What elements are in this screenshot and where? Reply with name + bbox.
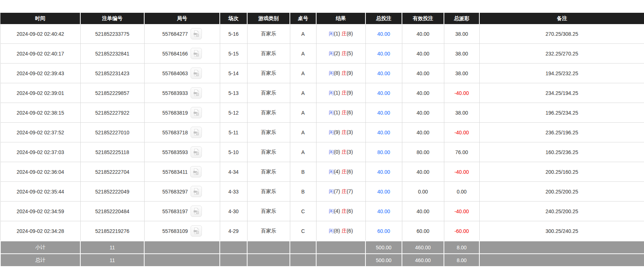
- cell-game-type: 百家乐: [247, 83, 290, 103]
- player-result-label: 闲: [329, 188, 334, 194]
- video-replay-button[interactable]: [191, 87, 202, 99]
- banker-result-score: (3): [346, 149, 353, 155]
- banker-result-label: 庄: [341, 31, 346, 37]
- cell-bet-id: 521852232841: [80, 44, 144, 64]
- player-result-score: (4): [334, 169, 340, 175]
- video-replay-icon: [193, 70, 200, 77]
- summary-label: 总计: [0, 254, 80, 267]
- cell-round-id: 557683197: [144, 202, 220, 221]
- cell-remark: 300.25/240.25: [479, 221, 644, 241]
- cell-payout: 38.00: [444, 103, 479, 123]
- table-row: 2024-09-02 02:36:04 521852222704 5576834…: [0, 162, 644, 182]
- column-header: 桌号: [290, 13, 316, 24]
- cell-remark: 194.25/232.25: [479, 64, 644, 83]
- summary-empty-cell: [247, 254, 290, 267]
- round-id-text: 557683819: [162, 110, 188, 116]
- cell-table-no: A: [290, 123, 316, 142]
- column-header: 局号: [144, 13, 220, 24]
- cell-round-id: 557684277: [144, 24, 220, 44]
- round-id-text: 557683411: [162, 169, 188, 175]
- cell-total-bet: 40.00: [365, 162, 402, 182]
- cell-session: 5-13: [220, 83, 247, 103]
- column-header: 注单编号: [80, 13, 144, 24]
- cell-session: 4-30: [220, 202, 247, 221]
- cell-result: 闲(1) 庄(9): [316, 83, 365, 103]
- player-result-score: (4): [334, 208, 340, 214]
- cell-remark: 240.25/200.25: [479, 202, 644, 221]
- video-replay-icon: [193, 208, 200, 215]
- summary-empty-cell: [316, 254, 365, 267]
- cell-bet-id: 521852225118: [80, 142, 144, 162]
- video-replay-button[interactable]: [191, 206, 202, 217]
- cell-game-type: 百家乐: [247, 44, 290, 64]
- round-id-text: 557684166: [162, 51, 188, 57]
- player-result-score: (9): [334, 129, 340, 135]
- round-id-text: 557683593: [162, 149, 188, 155]
- cell-result: 闲(4) 庄(6): [316, 202, 365, 221]
- cell-time: 2024-09-02 02:39:43: [0, 64, 80, 83]
- summary-total-bet: 500.00: [365, 254, 402, 267]
- table-row: 2024-09-02 02:38:15 521852227922 5576838…: [0, 103, 644, 123]
- video-replay-button[interactable]: [190, 166, 202, 177]
- cell-valid-bet: 40.00: [402, 24, 444, 44]
- summary-empty-cell: [144, 241, 220, 254]
- round-id-text: 557684063: [162, 70, 188, 76]
- table-header: 时间 注单编号 局号 场次 游戏类别 桌号 结果 总投注 有效投注 总派彩 备注: [0, 13, 644, 24]
- cell-total-bet: 40.00: [365, 24, 402, 44]
- banker-result-score: (6): [346, 208, 353, 214]
- cell-valid-bet: 0.00: [402, 182, 444, 202]
- video-replay-button[interactable]: [191, 225, 202, 237]
- summary-total-bet: 500.00: [365, 241, 402, 254]
- cell-payout: -60.00: [444, 221, 479, 241]
- cell-result: 闲(9) 庄(3): [316, 123, 365, 142]
- summary-empty-cell: [290, 241, 316, 254]
- cell-total-bet: 40.00: [365, 83, 402, 103]
- video-replay-button[interactable]: [191, 127, 202, 138]
- banker-result-label: 庄: [341, 149, 346, 155]
- cell-bet-id: 521852219276: [80, 221, 144, 241]
- cell-round-id: 557683933: [144, 83, 220, 103]
- cell-session: 5-14: [220, 64, 247, 83]
- table-row: 2024-09-02 02:35:44 521852222049 5576832…: [0, 182, 644, 202]
- cell-result: 闲(8) 庄(9): [316, 64, 365, 83]
- player-result-score: (8): [334, 228, 340, 234]
- cell-game-type: 百家乐: [247, 24, 290, 44]
- video-replay-button[interactable]: [191, 146, 202, 158]
- cell-round-id: 557683593: [144, 142, 220, 162]
- table-row: 2024-09-02 02:34:59 521852220484 5576831…: [0, 202, 644, 221]
- cell-table-no: C: [290, 221, 316, 241]
- player-result-label: 闲: [329, 149, 334, 155]
- column-header: 游戏类别: [247, 13, 290, 24]
- round-id-text: 557683718: [162, 130, 188, 135]
- video-replay-button[interactable]: [191, 107, 202, 118]
- video-replay-button[interactable]: [191, 68, 202, 79]
- cell-result: 闲(4) 庄(6): [316, 162, 365, 182]
- summary-row: 小计 11 500.00 460.00 8.00: [0, 241, 644, 254]
- banker-result-label: 庄: [341, 70, 346, 76]
- cell-round-id: 557684063: [144, 64, 220, 83]
- video-replay-button[interactable]: [191, 28, 202, 39]
- cell-remark: 232.25/270.25: [479, 44, 644, 64]
- cell-game-type: 百家乐: [247, 162, 290, 182]
- column-header: 时间: [0, 13, 80, 24]
- video-replay-button[interactable]: [191, 48, 202, 59]
- banker-result-score: (5): [346, 50, 353, 56]
- cell-table-no: A: [290, 64, 316, 83]
- summary-empty-cell: [144, 254, 220, 267]
- summary-count: 11: [80, 241, 144, 254]
- cell-game-type: 百家乐: [247, 103, 290, 123]
- summary-empty-cell: [316, 241, 365, 254]
- table-row: 2024-09-02 02:40:42 521852233775 5576842…: [0, 24, 644, 44]
- video-replay-icon: [192, 168, 199, 175]
- video-replay-button[interactable]: [191, 186, 202, 197]
- player-result-score: (2): [334, 50, 340, 56]
- player-result-label: 闲: [329, 70, 334, 76]
- video-replay-icon: [193, 188, 200, 195]
- cell-session: 5-10: [220, 142, 247, 162]
- summary-payout: 8.00: [444, 241, 479, 254]
- cell-game-type: 百家乐: [247, 221, 290, 241]
- banker-result-score: (6): [346, 169, 353, 175]
- cell-table-no: B: [290, 182, 316, 202]
- summary-label: 小计: [0, 241, 80, 254]
- cell-bet-id: 521852227010: [80, 123, 144, 142]
